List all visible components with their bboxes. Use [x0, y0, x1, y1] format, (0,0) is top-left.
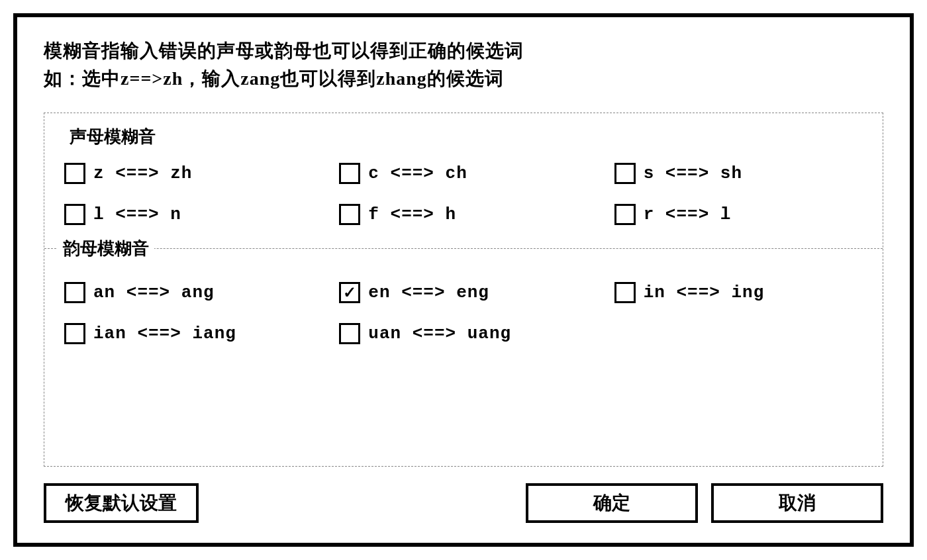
checkbox-z-zh[interactable] [64, 163, 85, 184]
checkbox-item-c-ch: c <==> ch [339, 163, 587, 184]
checkbox-item-s-sh: s <==> sh [614, 163, 863, 184]
checkbox-label: in <==> ing [644, 283, 765, 303]
checkbox-r-l[interactable] [614, 204, 636, 225]
checkbox-ian-iang[interactable] [64, 323, 85, 344]
checkbox-item-r-l: r <==> l [614, 204, 863, 225]
checkbox-item-l-n: l <==> n [64, 204, 313, 225]
initials-group-title: 声母模糊音 [64, 125, 863, 148]
cancel-button[interactable]: 取消 [711, 483, 883, 523]
description-text: 模糊音指输入错误的声母或韵母也可以得到正确的候选词 如：选中z==>zh，输入z… [44, 37, 883, 93]
checkbox-item-f-h: f <==> h [339, 204, 587, 225]
checkbox-label: f <==> h [368, 205, 456, 224]
checkbox-item-ian-iang: ian <==> iang [64, 323, 313, 344]
checkbox-c-ch[interactable] [339, 163, 360, 184]
checkbox-an-ang[interactable] [64, 282, 85, 303]
ok-button[interactable]: 确定 [526, 483, 698, 523]
checkbox-item-an-ang: an <==> ang [64, 282, 313, 303]
checkbox-label: uan <==> uang [368, 324, 511, 344]
checkbox-f-h[interactable] [339, 204, 360, 225]
description-line-1: 模糊音指输入错误的声母或韵母也可以得到正确的候选词 [44, 37, 883, 65]
finals-group-title: 韵母模糊音 [58, 237, 154, 260]
checkbox-label: ian <==> iang [93, 324, 236, 344]
checkbox-item-uan-uang: uan <==> uang [339, 323, 587, 344]
checkbox-item-en-eng: en <==> eng [339, 282, 587, 303]
checkbox-label: c <==> ch [368, 163, 467, 183]
checkbox-label: an <==> ang [93, 283, 215, 303]
button-row: 恢复默认设置 确定 取消 [44, 483, 883, 523]
checkbox-in-ing[interactable] [614, 282, 636, 303]
checkbox-label: r <==> l [644, 205, 732, 224]
initials-grid: z <==> zh c <==> ch s <==> sh l <==> n f… [64, 156, 863, 232]
fuzzy-pinyin-dialog: 模糊音指输入错误的声母或韵母也可以得到正确的候选词 如：选中z==>zh，输入z… [13, 13, 914, 547]
description-line-2: 如：选中z==>zh，输入zang也可以得到zhang的候选词 [44, 65, 883, 93]
checkbox-l-n[interactable] [64, 204, 85, 225]
finals-grid: an <==> ang en <==> eng in <==> ing ian … [64, 275, 863, 351]
checkbox-uan-uang[interactable] [339, 323, 360, 344]
checkbox-item-z-zh: z <==> zh [64, 163, 313, 184]
groups-container: 声母模糊音 z <==> zh c <==> ch s <==> sh l <=… [44, 113, 883, 467]
reset-button[interactable]: 恢复默认设置 [44, 483, 199, 523]
checkbox-item-in-ing: in <==> ing [614, 282, 863, 303]
checkbox-label: l <==> n [93, 205, 181, 224]
checkbox-en-eng[interactable] [339, 282, 360, 303]
checkbox-label: en <==> eng [368, 283, 489, 303]
checkbox-s-sh[interactable] [614, 163, 636, 184]
initials-group: 声母模糊音 z <==> zh c <==> ch s <==> sh l <=… [44, 113, 883, 248]
checkbox-label: s <==> sh [644, 163, 742, 183]
finals-group: 韵母模糊音 an <==> ang en <==> eng in <==> in… [44, 248, 883, 367]
checkbox-label: z <==> zh [93, 163, 192, 183]
